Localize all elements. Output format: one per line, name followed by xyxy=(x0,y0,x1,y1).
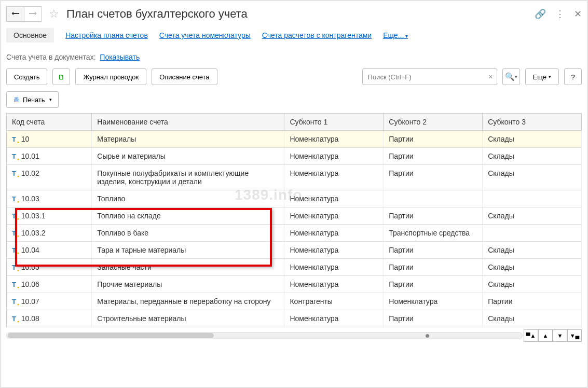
create-button[interactable]: Создать xyxy=(6,68,47,85)
search-input[interactable] xyxy=(362,68,497,85)
more-button[interactable]: Еще xyxy=(525,68,559,85)
tab-setup[interactable]: Настройка плана счетов xyxy=(65,31,148,39)
cell-code: 10.01 xyxy=(21,152,39,160)
cell-code: 10.06 xyxy=(21,280,39,288)
cell-sub2: Партии xyxy=(384,131,483,148)
cell-name: Материалы, переданные в переработку на с… xyxy=(92,293,284,310)
cell-code: 10.03.2 xyxy=(21,229,46,237)
scroll-bottom-button[interactable]: ▼▄ xyxy=(567,329,582,342)
search-button[interactable]: 🔍 xyxy=(502,68,520,85)
cell-sub1: Номенклатура xyxy=(284,242,384,259)
table-row[interactable]: Т 10.04Тара и тарные материалыНоменклату… xyxy=(7,242,582,259)
cell-sub3: Склады xyxy=(483,165,582,190)
help-button[interactable]: ? xyxy=(564,68,582,85)
table-row[interactable]: Т 10.08Строительные материалыНоменклатур… xyxy=(7,310,582,327)
create-copy-button[interactable]: 🗋 xyxy=(52,68,70,85)
forward-button[interactable]: 🠖 xyxy=(24,6,42,22)
link-icon[interactable]: 🔗 xyxy=(535,8,546,20)
account-icon: Т xyxy=(12,281,16,288)
cell-name: Топливо в баке xyxy=(92,225,284,242)
docs-label: Счета учета в документах: xyxy=(6,53,96,61)
cell-sub2: Номенклатура xyxy=(384,293,483,310)
print-label: Печать xyxy=(23,96,45,104)
close-icon[interactable]: ✕ xyxy=(574,8,582,20)
cell-code: 10.03 xyxy=(21,195,39,203)
cell-name: Топливо xyxy=(92,190,284,207)
cell-sub3: Склады xyxy=(483,259,582,276)
table-row[interactable]: Т 10.01Сырье и материалыНоменклатураПарт… xyxy=(7,148,582,165)
cell-name: Тара и тарные материалы xyxy=(92,242,284,259)
cell-sub1: Номенклатура xyxy=(284,276,384,293)
scroll-top-button[interactable]: ▀▲ xyxy=(524,329,538,342)
cell-sub1: Номенклатура xyxy=(284,259,384,276)
cell-sub3: Склады xyxy=(483,131,582,148)
col-name-header[interactable]: Наименование счета xyxy=(92,114,284,131)
col-sub2-header[interactable]: Субконто 2 xyxy=(384,114,483,131)
account-icon: Т xyxy=(12,264,16,271)
col-code-header[interactable]: Код счета xyxy=(7,114,92,131)
table-row[interactable]: Т 10МатериалыНоменклатураПартииСклады xyxy=(7,131,582,148)
cell-sub3: Партии xyxy=(483,293,582,310)
account-icon: Т xyxy=(12,153,16,160)
scroll-down-button[interactable]: ▼ xyxy=(553,329,567,342)
kebab-menu-icon[interactable]: ⋮ xyxy=(555,8,565,20)
cell-sub2: Партии xyxy=(384,148,483,165)
cell-sub3: Склады xyxy=(483,276,582,293)
table-row[interactable]: Т 10.05Запасные частиНоменклатураПартииС… xyxy=(7,259,582,276)
search-clear-icon[interactable]: × xyxy=(488,73,493,81)
cell-sub1: Номенклатура xyxy=(284,131,384,148)
cell-name: Материалы xyxy=(92,131,284,148)
print-button[interactable]: 🖶 Печать xyxy=(6,91,59,108)
cell-sub2: Партии xyxy=(384,276,483,293)
cell-name: Сырье и материалы xyxy=(92,148,284,165)
cell-sub2: Партии xyxy=(384,310,483,327)
table-row[interactable]: Т 10.06Прочие материалыНоменклатураПарти… xyxy=(7,276,582,293)
cell-sub2: Транспортные средства xyxy=(384,225,483,242)
col-sub3-header[interactable]: Субконто 3 xyxy=(483,114,582,131)
table-row[interactable]: Т 10.03.1Топливо на складеНоменклатураПа… xyxy=(7,207,582,225)
tab-more[interactable]: Еще... xyxy=(383,31,408,39)
table-row[interactable]: Т 10.03ТопливоНоменклатура xyxy=(7,190,582,207)
scroll-up-button[interactable]: ▲ xyxy=(538,329,553,342)
cell-name: Покупные полуфабрикаты и комплектующие и… xyxy=(92,165,284,190)
table-row[interactable]: Т 10.03.2Топливо в бакеНоменклатураТранс… xyxy=(7,225,582,242)
cell-sub1: Номенклатура xyxy=(284,165,384,190)
cell-sub1: Номенклатура xyxy=(284,207,384,225)
cell-sub3 xyxy=(483,225,582,242)
description-button[interactable]: Описание счета xyxy=(152,68,217,85)
table-row[interactable]: Т 10.07Материалы, переданные в переработ… xyxy=(7,293,582,310)
journal-button[interactable]: Журнал проводок xyxy=(75,68,146,85)
account-icon: Т xyxy=(12,135,16,143)
docs-show-link[interactable]: Показывать xyxy=(100,53,140,61)
cell-sub1: Номенклатура xyxy=(284,225,384,242)
cell-name: Запасные части xyxy=(92,259,284,276)
cell-code: 10 xyxy=(21,135,30,143)
tab-counterparties[interactable]: Счета расчетов с контрагентами xyxy=(262,31,372,39)
cell-sub3: Склады xyxy=(483,242,582,259)
cell-sub3: Склады xyxy=(483,310,582,327)
table-row[interactable]: Т 10.02Покупные полуфабрикаты и комплект… xyxy=(7,165,582,190)
cell-code: 10.05 xyxy=(21,263,39,271)
horizontal-scrollbar[interactable] xyxy=(6,332,523,339)
account-icon: Т xyxy=(12,195,16,203)
cell-sub2: Партии xyxy=(384,259,483,276)
cell-sub2: Партии xyxy=(384,242,483,259)
back-button[interactable]: 🠔 xyxy=(6,6,24,22)
cell-name: Топливо на складе xyxy=(92,207,284,225)
cell-sub2: Партии xyxy=(384,207,483,225)
cell-sub2 xyxy=(384,190,483,207)
account-icon: Т xyxy=(12,229,16,237)
scrollbar-thumb[interactable] xyxy=(8,333,214,338)
favorite-star-icon[interactable]: ☆ xyxy=(49,7,59,21)
account-icon: Т xyxy=(12,246,16,254)
cell-code: 10.04 xyxy=(21,246,39,254)
page-title: План счетов бухгалтерского учета xyxy=(66,7,530,21)
col-sub1-header[interactable]: Субконто 1 xyxy=(284,114,384,131)
tab-nomenclature[interactable]: Счета учета номенклатуры xyxy=(159,31,251,39)
cell-code: 10.08 xyxy=(21,314,39,323)
cell-sub2: Партии xyxy=(384,165,483,190)
add-document-icon: 🗋 xyxy=(58,73,65,81)
tab-main[interactable]: Основное xyxy=(6,28,54,43)
cell-sub3 xyxy=(483,190,582,207)
cell-sub1: Контрагенты xyxy=(284,293,384,310)
